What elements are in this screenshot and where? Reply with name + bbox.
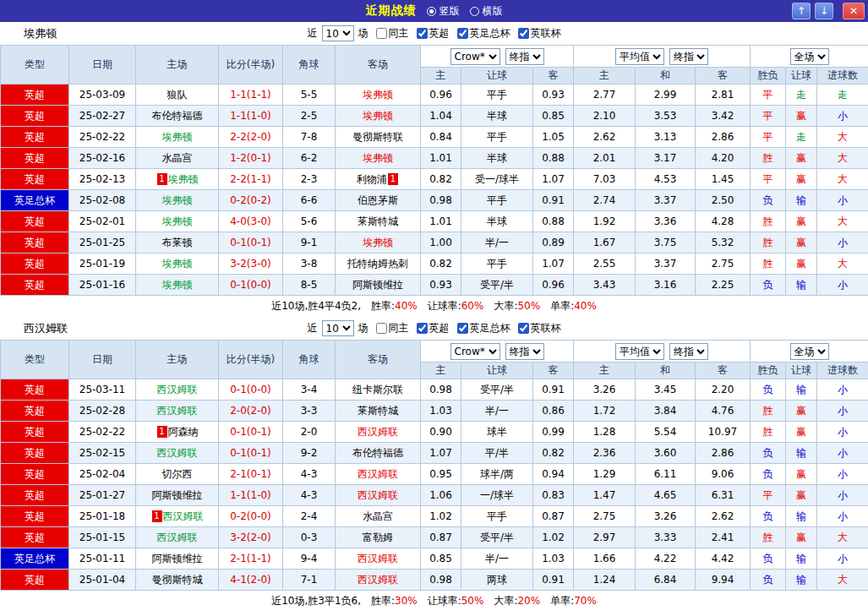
filter-checkbox-2[interactable]: 英足总杯 bbox=[457, 321, 510, 335]
team-label: 伯恩茅斯 bbox=[358, 194, 398, 206]
avg-home-odds-cell: 1.92 bbox=[574, 211, 636, 232]
final-index-select[interactable]: 终指 bbox=[505, 48, 544, 65]
handicap-result-cell: 走 bbox=[786, 84, 817, 106]
home-team-cell: 西汉姆联 bbox=[136, 443, 219, 464]
corner-cell: 8-5 bbox=[283, 275, 336, 296]
match-row: 英超25-03-09狼队1-1(1-1)5-5埃弗顿0.96平手0.932.77… bbox=[1, 84, 868, 106]
filter-checkbox-1[interactable]: 英超 bbox=[417, 26, 450, 41]
home-team-cell: 布伦特福德 bbox=[136, 106, 219, 127]
final-index-select[interactable]: 终指 bbox=[505, 343, 544, 360]
team-label: 曼彻斯特城 bbox=[152, 574, 203, 586]
home-team-cell: 埃弗顿 bbox=[136, 275, 219, 296]
league-type-cell: 英足总杯 bbox=[1, 548, 69, 570]
avg-away-odds-cell: 9.06 bbox=[696, 464, 751, 485]
corner-cell: 3-4 bbox=[283, 379, 336, 401]
team-label: 西汉姆联 bbox=[358, 574, 398, 586]
layout-radio-horizontal[interactable]: 横版 bbox=[470, 4, 503, 19]
handicap-away-odds-cell: 1.02 bbox=[533, 527, 574, 548]
checkbox-icon[interactable] bbox=[457, 323, 468, 334]
league-type-cell: 英足总杯 bbox=[1, 190, 69, 211]
filter-checkbox-2[interactable]: 英足总杯 bbox=[457, 26, 510, 41]
handicap-away-odds-cell: 0.83 bbox=[533, 485, 574, 506]
col-avg-away: 客 bbox=[696, 68, 751, 84]
wdl-result-cell: 胜 bbox=[751, 422, 786, 443]
match-count-select[interactable]: 10 bbox=[322, 25, 354, 41]
handicap-result-cell: 输 bbox=[786, 190, 817, 211]
close-button[interactable]: ✕ bbox=[843, 3, 865, 19]
home-team-cell: 埃弗顿 bbox=[136, 211, 219, 232]
final-index-select-2[interactable]: 终指 bbox=[669, 48, 708, 65]
average-select[interactable]: 平均值 bbox=[615, 343, 664, 360]
checkbox-icon[interactable] bbox=[417, 323, 428, 334]
avg-away-odds-cell: 4.42 bbox=[696, 548, 751, 570]
handicap-line-cell: 球半/两 bbox=[461, 464, 533, 485]
home-team-cell: 1西汉姆联 bbox=[136, 506, 219, 527]
handicap-line-cell: 平手 bbox=[461, 127, 533, 148]
checkbox-icon[interactable] bbox=[376, 323, 387, 334]
title-bar: 近期战绩 竖版 横版 ↑ ↓ ✕ bbox=[0, 0, 868, 22]
avg-draw-odds-cell: 3.36 bbox=[636, 211, 696, 232]
team-label: 西汉姆联 bbox=[157, 384, 198, 395]
checkbox-icon[interactable] bbox=[417, 28, 428, 39]
checkbox-icon[interactable] bbox=[457, 28, 468, 39]
filter-checkbox-3[interactable]: 英联杯 bbox=[518, 26, 561, 41]
away-team-cell: 曼彻斯特联 bbox=[336, 127, 421, 148]
filter-checkbox-1[interactable]: 英超 bbox=[417, 321, 450, 335]
score-cell: 0-1(0-1) bbox=[219, 443, 283, 464]
col-handicap-line: 让球 bbox=[461, 363, 533, 379]
col-score: 比分(半场) bbox=[219, 341, 283, 379]
league-type-cell: 英超 bbox=[1, 232, 69, 253]
league-type-cell: 英超 bbox=[1, 106, 69, 127]
avg-away-odds-cell: 4.76 bbox=[696, 401, 751, 422]
handicap-home-odds-cell: 0.98 bbox=[421, 379, 461, 401]
final-index-select-2[interactable]: 终指 bbox=[669, 343, 708, 360]
layout-radio-vertical[interactable]: 竖版 bbox=[427, 4, 460, 19]
wdl-result-cell: 平 bbox=[751, 127, 786, 148]
corner-cell: 9-2 bbox=[283, 443, 336, 464]
summary-stat: 大率:20% bbox=[494, 594, 540, 608]
handicap-line-cell: 半/一 bbox=[461, 548, 533, 570]
scroll-down-button[interactable]: ↓ bbox=[815, 3, 833, 19]
average-select[interactable]: 平均值 bbox=[615, 48, 664, 65]
away-team-cell: 利物浦1 bbox=[336, 169, 421, 190]
odds-source-select[interactable]: Crow* bbox=[450, 343, 500, 360]
filter-checkbox-3[interactable]: 英联杯 bbox=[518, 321, 561, 335]
corner-cell: 7-8 bbox=[283, 127, 336, 148]
corner-cell: 3-3 bbox=[283, 401, 336, 422]
handicap-home-odds-cell: 0.85 bbox=[421, 548, 461, 570]
col-wdl: 胜负 bbox=[751, 363, 786, 379]
filter-checkbox-0[interactable]: 同主 bbox=[376, 321, 409, 335]
avg-draw-odds-cell: 3.53 bbox=[636, 106, 696, 127]
match-row: 英超25-01-15西汉姆联3-2(2-0)0-3富勒姆0.87受平/半1.02… bbox=[1, 527, 868, 548]
avg-draw-odds-cell: 3.17 bbox=[636, 148, 696, 169]
checkbox-icon[interactable] bbox=[518, 323, 529, 334]
fulltime-select[interactable]: 全场 bbox=[790, 48, 829, 65]
checkbox-icon[interactable] bbox=[518, 28, 529, 39]
stat-value: 20% bbox=[517, 595, 540, 607]
stat-label: 让球率: bbox=[428, 595, 461, 607]
team-label: 西汉姆联 bbox=[358, 426, 398, 438]
handicap-home-odds-cell: 0.82 bbox=[421, 169, 461, 190]
filter-checkbox-0[interactable]: 同主 bbox=[376, 26, 409, 41]
stat-label: 胜率: bbox=[371, 300, 395, 312]
avg-away-odds-cell: 5.32 bbox=[696, 232, 751, 253]
goals-result-cell: 大 bbox=[817, 527, 868, 548]
filter-label: 英足总杯 bbox=[470, 26, 510, 41]
checkbox-icon[interactable] bbox=[376, 28, 387, 39]
avg-draw-odds-cell: 3.84 bbox=[636, 401, 696, 422]
avg-home-odds-cell: 1.47 bbox=[574, 485, 636, 506]
score-cell: 2-2(2-0) bbox=[219, 127, 283, 148]
match-date-cell: 25-03-09 bbox=[69, 84, 136, 106]
team-label: 阿斯顿维拉 bbox=[352, 279, 403, 291]
scroll-up-button[interactable]: ↑ bbox=[792, 3, 811, 19]
match-date-cell: 25-02-01 bbox=[69, 211, 136, 232]
goals-result-cell: 小 bbox=[817, 443, 868, 464]
avg-away-odds-cell: 2.75 bbox=[696, 253, 751, 275]
home-team-cell: 曼彻斯特城 bbox=[136, 570, 219, 591]
fulltime-select[interactable]: 全场 bbox=[790, 343, 829, 360]
team-label: 阿斯顿维拉 bbox=[152, 553, 203, 564]
odds-source-select[interactable]: Crow* bbox=[450, 48, 500, 65]
away-team-cell: 埃弗顿 bbox=[336, 232, 421, 253]
handicap-away-odds-cell: 0.88 bbox=[533, 211, 574, 232]
match-count-select[interactable]: 10 bbox=[322, 320, 354, 336]
